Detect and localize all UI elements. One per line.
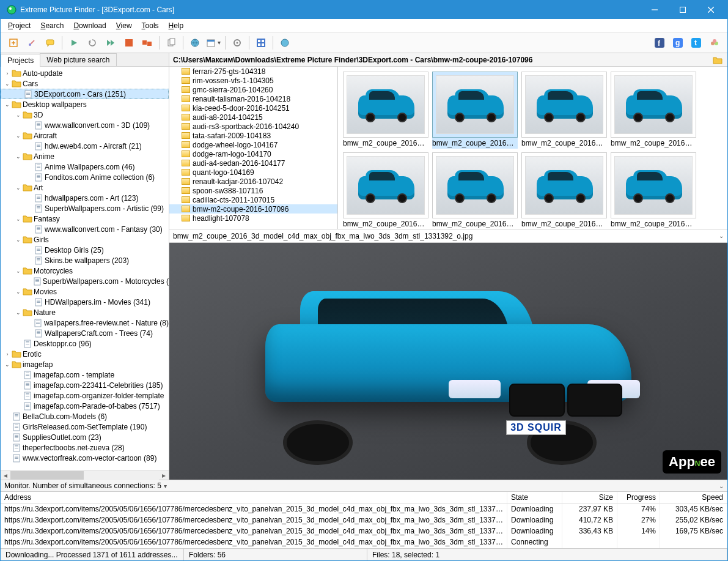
tree-node[interactable]: www.wallconvert.com - Fantasy (30) <box>1 224 169 234</box>
globe-button[interactable] <box>187 35 203 51</box>
subfolder-list[interactable]: ferrari-275-gts-104318rim-vossen-vfs-1-1… <box>169 67 338 229</box>
menu-search[interactable]: Search <box>35 20 68 31</box>
tree-node[interactable]: ⌄Anime <box>1 151 169 162</box>
subfolder-item[interactable]: renault-talisman-2016-104218 <box>169 94 337 103</box>
copy-button[interactable] <box>163 35 179 51</box>
download-row[interactable]: https://ru.3dexport.com/items/2005/05/06… <box>1 515 727 526</box>
download-row[interactable]: https://ru.3dexport.com/items/2005/05/06… <box>1 537 727 548</box>
calendar-button[interactable]: ▾ <box>205 35 221 51</box>
tree-node[interactable]: BellaClub.com-Models (6) <box>1 411 169 422</box>
stop-all-button[interactable] <box>139 35 155 51</box>
tree-node[interactable]: ⌄Nature <box>1 307 169 318</box>
subfolder-item[interactable]: dodge-ram-logo-104170 <box>169 149 337 158</box>
twitter-icon[interactable]: t <box>688 35 704 51</box>
tree-node[interactable]: ⌄Girls <box>1 234 169 245</box>
thumbnail[interactable]: bmw_m2_coupe_2016_3d... <box>611 72 696 149</box>
col-state[interactable]: State <box>507 492 562 503</box>
thumbnail[interactable]: bmw_m2_coupe_2016_3d... <box>611 152 696 229</box>
tree-node[interactable]: WallpapersCraft.com - Trees (74) <box>1 328 169 338</box>
col-speed[interactable]: Speed <box>660 492 727 503</box>
thumbnail-grid[interactable]: bmw_m2_coupe_2016_3d...bmw_m2_coupe_2016… <box>338 67 727 229</box>
thumbnail[interactable]: bmw_m2_coupe_2016_3d... <box>521 72 607 149</box>
new-project-button[interactable] <box>6 35 21 51</box>
subfolder-item[interactable]: headlight-107078 <box>169 214 337 223</box>
tree-h-scrollbar[interactable]: ◂ ▸ <box>1 470 169 480</box>
tree-node[interactable]: hdwallpapers.com - Art (123) <box>1 193 169 203</box>
help-button[interactable] <box>277 35 293 51</box>
comment-button[interactable] <box>42 35 58 51</box>
minimize-button[interactable] <box>641 1 669 19</box>
tree-node[interactable]: ⌄Aircraft <box>1 130 169 141</box>
tree-node[interactable]: imagefap.com-organizer-folder-template <box>1 390 169 401</box>
titlebar[interactable]: Extreme Picture Finder - [3DExport.com -… <box>1 1 727 19</box>
tree-node[interactable]: HDWallpapers.im - Movies (341) <box>1 297 169 307</box>
tree-node[interactable]: www.vectorfreak.com-vector-cartoon (89) <box>1 453 169 463</box>
menu-help[interactable]: Help <box>164 20 189 31</box>
thumbnail[interactable]: bmw_m2_coupe_2016_3d... <box>521 152 607 229</box>
community-icon[interactable] <box>707 35 722 51</box>
tree-node[interactable]: imagefap.com-223411-Celebrities (185) <box>1 380 169 390</box>
col-address[interactable]: Address <box>1 492 507 503</box>
col-size[interactable]: Size <box>562 492 617 503</box>
tree-node[interactable]: ⌄Desktop wallpapers <box>1 99 169 110</box>
close-button[interactable] <box>697 1 725 19</box>
subfolder-item[interactable]: kia-ceed-5-door-2016-104251 <box>169 103 337 113</box>
maximize-button[interactable] <box>669 1 697 19</box>
downloads-table[interactable]: Address State Size Progress Speed https:… <box>1 492 727 548</box>
tab-web-search[interactable]: Web picture search <box>40 53 116 66</box>
tree-node[interactable]: ⌄Cars <box>1 78 169 89</box>
refresh-button[interactable] <box>84 35 100 51</box>
subfolder-item[interactable]: rim-vossen-vfs-1-104305 <box>169 76 337 85</box>
chevron-down-icon[interactable]: ⌄ <box>719 232 724 239</box>
gear-button[interactable] <box>229 35 245 51</box>
tree-node[interactable]: ⌄Motorcycles <box>1 266 169 276</box>
tree-node[interactable]: ›Erotic <box>1 349 169 359</box>
subfolder-item[interactable]: tata-safari-2009-104183 <box>169 131 337 140</box>
subfolder-item[interactable]: cadillac-cts-2011-107015 <box>169 195 337 204</box>
tree-node[interactable]: Skins.be wallpapers (203) <box>1 255 169 266</box>
subfolder-item[interactable]: audi-a4-sedan-2016-104177 <box>169 158 337 168</box>
tree-node[interactable]: SuppliesOutlet.com (23) <box>1 432 169 442</box>
download-row[interactable]: https://ru.3dexport.com/items/2005/05/06… <box>1 503 727 515</box>
tree-node[interactable]: www.wallconvert.com - 3D (109) <box>1 120 169 130</box>
tree-node[interactable]: ⌄3D <box>1 110 169 120</box>
chevron-down-icon[interactable]: ⌄ <box>719 483 724 489</box>
tree-node[interactable]: ⌄Fantasy <box>1 214 169 224</box>
subfolder-item[interactable]: quant-logo-104169 <box>169 168 337 177</box>
play-button[interactable] <box>66 35 82 51</box>
subfolder-item[interactable]: bmw-m2-coupe-2016-107096 <box>169 204 337 214</box>
download-row[interactable]: https://ru.3dexport.com/items/2005/05/06… <box>1 526 727 537</box>
tree-node[interactable]: theperfectboobs.net-zueva (28) <box>1 442 169 453</box>
tree-node[interactable]: GirlsReleased.com-SetTemplate (190) <box>1 422 169 432</box>
settings-button[interactable] <box>24 35 40 51</box>
facebook-icon[interactable]: f <box>652 35 667 51</box>
tree-node[interactable]: SuperbWallpapers.com - Artistic (99) <box>1 203 169 214</box>
col-progress[interactable]: Progress <box>617 492 660 503</box>
project-tree[interactable]: ›Auto-update⌄Cars3DExport.com - Cars (12… <box>1 67 169 470</box>
stop-button[interactable] <box>121 35 137 51</box>
tree-node[interactable]: 3DExport.com - Cars (1251) <box>1 89 169 99</box>
skip-button[interactable] <box>103 35 119 51</box>
subfolder-item[interactable]: renault-kadjar-2016-107042 <box>169 177 337 186</box>
menu-project[interactable]: Project <box>3 20 35 31</box>
subfolder-item[interactable]: spoon-sw388-107116 <box>169 186 337 195</box>
google-icon[interactable]: g <box>670 35 686 51</box>
tree-node[interactable]: ›Auto-update <box>1 68 169 78</box>
tree-node[interactable]: Desktoppr.co (96) <box>1 338 169 349</box>
tab-projects[interactable]: Projects <box>1 54 40 67</box>
open-folder-icon[interactable] <box>713 55 722 65</box>
thumbnail[interactable]: bmw_m2_coupe_2016_3d... <box>432 72 518 149</box>
tree-node[interactable]: Anime Wallpapers.com (46) <box>1 162 169 172</box>
tree-node[interactable]: ⌄Art <box>1 182 169 193</box>
menu-tools[interactable]: Tools <box>137 20 164 31</box>
subfolder-item[interactable]: dodge-wheel-logo-104167 <box>169 140 337 149</box>
subfolder-item[interactable]: audi-rs3-sportback-2016-104240 <box>169 122 337 131</box>
tree-node[interactable]: imagefap.com-Parade-of-babes (7517) <box>1 401 169 411</box>
tree-node[interactable]: Fonditos.com Anime collection (6) <box>1 172 169 182</box>
tree-node[interactable]: SuperbWallpapers.com - Motorcycles ( <box>1 276 169 286</box>
tree-node[interactable]: Desktop Girls (25) <box>1 245 169 255</box>
tree-node[interactable]: ⌄Movies <box>1 286 169 297</box>
tree-node[interactable]: ⌄imagefap <box>1 359 169 370</box>
subfolder-item[interactable]: ferrari-275-gts-104318 <box>169 67 337 76</box>
menu-download[interactable]: Download <box>68 20 111 31</box>
